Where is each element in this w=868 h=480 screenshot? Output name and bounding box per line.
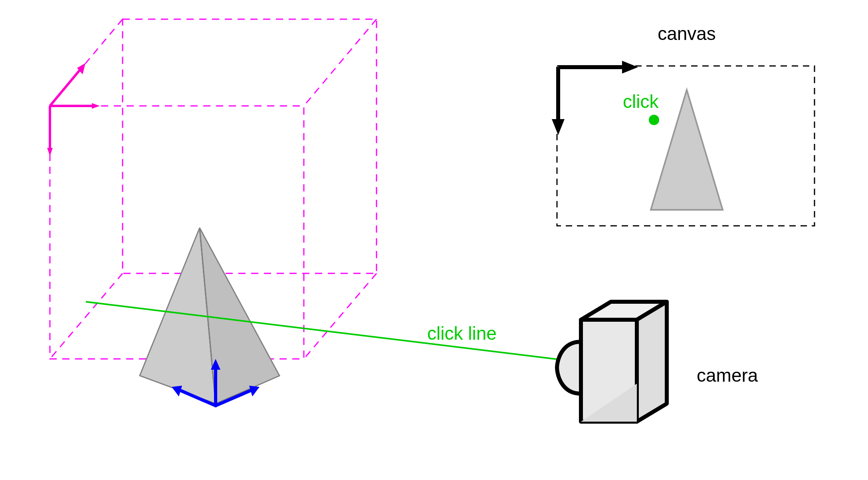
canvas-panel: canvas click xyxy=(552,23,814,226)
click-dot xyxy=(649,115,659,125)
canvas-label: canvas xyxy=(658,23,716,44)
svg-marker-27 xyxy=(622,61,638,74)
cube-axes-icon xyxy=(47,63,100,156)
svg-marker-0 xyxy=(123,19,377,273)
svg-line-4 xyxy=(304,273,377,359)
svg-marker-9 xyxy=(47,148,53,156)
svg-line-10 xyxy=(50,70,80,106)
svg-marker-23 xyxy=(637,302,667,422)
click-line-label: click line xyxy=(427,323,497,344)
click-label: click xyxy=(623,91,659,112)
svg-line-3 xyxy=(304,19,377,106)
pyramid xyxy=(140,228,279,404)
svg-marker-7 xyxy=(92,103,100,109)
svg-line-5 xyxy=(50,273,123,359)
svg-marker-29 xyxy=(552,119,565,135)
diagram-root: click line camera canvas click xyxy=(0,0,868,480)
canvas-triangle xyxy=(651,90,723,210)
camera-label: camera xyxy=(697,365,758,386)
camera-icon xyxy=(557,302,667,422)
